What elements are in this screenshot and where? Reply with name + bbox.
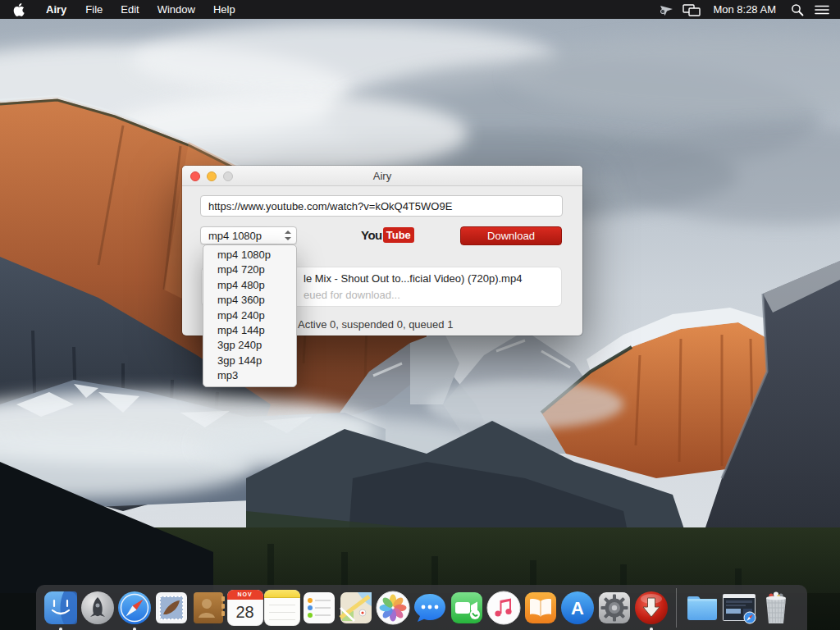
format-select[interactable]: mp4 1080p xyxy=(200,226,297,244)
running-indicator xyxy=(59,628,62,630)
desktop: Airy File Edit Window Help Mon 8:28 AM xyxy=(0,0,840,630)
option-mp4-1080p[interactable]: mp4 1080p xyxy=(203,248,296,262)
window-titlebar[interactable]: Airy xyxy=(182,166,582,186)
zoom-button-disabled xyxy=(223,171,233,181)
apple-icon xyxy=(13,3,25,16)
option-mp4-240p[interactable]: mp4 240p xyxy=(203,308,296,323)
window-title: Airy xyxy=(182,166,582,186)
dock-contacts-icon[interactable] xyxy=(190,590,226,626)
dock-facetime-icon[interactable] xyxy=(449,590,485,626)
option-mp4-144p[interactable]: mp4 144p xyxy=(203,323,296,338)
screen-pointer-icon[interactable] xyxy=(657,0,677,19)
format-select-value: mp4 1080p xyxy=(208,230,262,242)
running-indicator xyxy=(133,628,136,630)
select-chevrons-icon xyxy=(284,230,292,241)
dock-messages-icon[interactable] xyxy=(412,590,448,626)
option-mp3[interactable]: mp3 xyxy=(203,368,296,383)
calendar-day: 28 xyxy=(227,600,263,624)
youtube-logo: You Tube xyxy=(361,227,414,243)
dock-system-preferences-icon[interactable] xyxy=(596,590,632,626)
dock-airy-icon[interactable] xyxy=(633,590,669,626)
menu-bar: Airy File Edit Window Help Mon 8:28 AM xyxy=(0,0,840,19)
dock-ibooks-icon[interactable] xyxy=(523,590,559,626)
option-3gp-240p[interactable]: 3gp 240p xyxy=(203,338,296,353)
close-button[interactable] xyxy=(190,171,200,181)
calendar-month: NOV xyxy=(227,590,263,600)
dock-mail-icon[interactable] xyxy=(153,590,189,626)
dock-finder-icon[interactable] xyxy=(43,590,79,626)
minimize-button[interactable] xyxy=(207,171,217,181)
menu-app-name[interactable]: Airy xyxy=(36,0,76,19)
dock-downloads-folder-icon[interactable] xyxy=(684,590,720,626)
app-store-letter: A xyxy=(571,598,584,619)
dock-photos-icon[interactable] xyxy=(375,590,411,626)
url-input[interactable] xyxy=(200,195,563,217)
dock: NOV 28 xyxy=(36,585,807,630)
option-mp4-360p[interactable]: mp4 360p xyxy=(203,293,296,308)
dock-calendar-icon[interactable]: NOV 28 xyxy=(227,590,263,626)
download-item-title: le Mix - Shout Out to...ficial Video) (7… xyxy=(304,272,522,285)
dock-app-store-icon[interactable]: A xyxy=(559,590,596,626)
apple-menu[interactable] xyxy=(0,3,36,16)
youtube-logo-tube: Tube xyxy=(383,227,414,243)
dock-launchpad-icon[interactable] xyxy=(80,590,116,626)
dock-reminders-icon[interactable] xyxy=(301,590,337,626)
menu-help[interactable]: Help xyxy=(204,0,244,19)
running-indicator xyxy=(650,628,653,630)
dock-maps-icon[interactable] xyxy=(338,590,374,626)
notification-center-icon[interactable] xyxy=(812,0,832,19)
menu-window[interactable]: Window xyxy=(148,0,204,19)
download-item-status: eued for download... xyxy=(304,289,400,301)
dock-minimized-window-thumbnail[interactable] xyxy=(721,590,757,626)
option-3gp-144p[interactable]: 3gp 144p xyxy=(203,354,296,368)
dock-itunes-icon[interactable] xyxy=(486,590,522,626)
status-bar-text: Active 0, suspended 0, queued 1 xyxy=(298,318,453,331)
format-dropdown-menu: mp4 1080p mp4 720p mp4 480p mp4 360p mp4… xyxy=(203,244,297,387)
download-button[interactable]: Download xyxy=(460,226,562,245)
option-mp4-480p[interactable]: mp4 480p xyxy=(203,278,296,293)
option-mp4-720p[interactable]: mp4 720p xyxy=(203,262,296,277)
dock-safari-icon[interactable] xyxy=(116,590,153,626)
dock-notes-icon[interactable] xyxy=(264,590,300,626)
menu-edit[interactable]: Edit xyxy=(112,0,148,19)
display-mirroring-icon[interactable] xyxy=(682,0,701,19)
dock-divider xyxy=(676,588,677,628)
youtube-logo-you: You xyxy=(361,228,382,242)
dock-trash-icon[interactable] xyxy=(758,590,794,626)
menu-clock[interactable]: Mon 8:28 AM xyxy=(706,0,783,19)
menu-file[interactable]: File xyxy=(76,0,112,19)
spotlight-search-icon[interactable] xyxy=(788,0,807,19)
